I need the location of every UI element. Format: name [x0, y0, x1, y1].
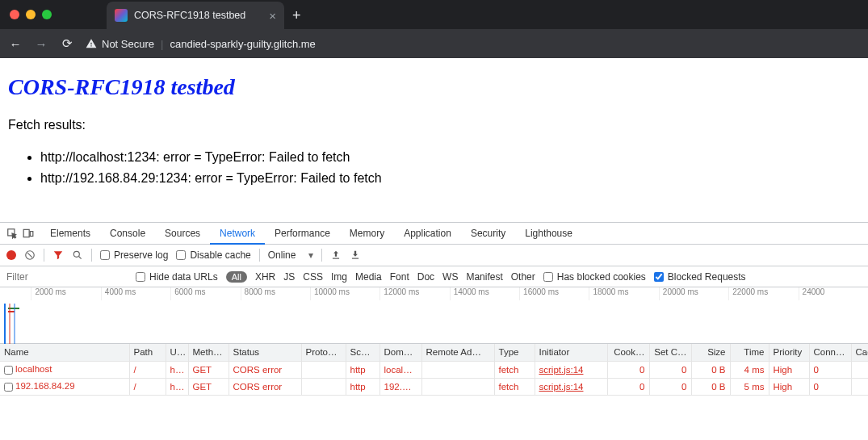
col-status[interactable]: Status — [229, 344, 301, 361]
browser-toolbar: ← → ⟳ Not Secure | candied-sparkly-guilt… — [0, 29, 868, 58]
reload-button[interactable]: ⟳ — [60, 36, 74, 51]
col-setcookies[interactable]: Set C… — [649, 344, 691, 361]
filter-icon[interactable] — [52, 249, 64, 261]
favicon-icon — [115, 9, 128, 22]
table-row[interactable]: 192.168.84.29/h…GETCORS errorhttp192.…fe… — [0, 378, 868, 395]
tab-close-icon[interactable]: × — [269, 9, 276, 23]
tab-elements[interactable]: Elements — [40, 223, 100, 245]
table-header-row: Name Path U… Meth… Status Proto… Sc… Dom… — [0, 344, 868, 361]
timeline-overview-icon — [3, 304, 27, 344]
url-text: candied-sparkly-guilty.glitch.me — [170, 38, 315, 50]
network-table: Name Path U… Meth… Status Proto… Sc… Dom… — [0, 344, 868, 440]
col-url[interactable]: U… — [166, 344, 188, 361]
address-bar[interactable]: Not Secure | candied-sparkly-guilty.glit… — [86, 38, 860, 50]
page-title: CORS-RFC1918 testbed — [8, 74, 860, 100]
col-remote[interactable]: Remote Ad… — [421, 344, 494, 361]
tab-sources[interactable]: Sources — [155, 223, 210, 245]
col-domain[interactable]: Dom… — [379, 344, 421, 361]
list-item: http://192.168.84.29:1234: error = TypeE… — [40, 168, 860, 189]
col-protocol[interactable]: Proto… — [301, 344, 346, 361]
filter-img[interactable]: Img — [331, 271, 347, 283]
network-timeline[interactable]: 2000 ms 4000 ms 6000 ms 8000 ms 10000 ms… — [0, 287, 868, 344]
forward-button[interactable]: → — [34, 37, 48, 51]
svg-rect-5 — [333, 258, 339, 259]
col-connection[interactable]: Conn… — [809, 344, 851, 361]
browser-tab[interactable]: CORS-RFC1918 testbed × — [107, 2, 284, 29]
filter-js[interactable]: JS — [283, 271, 295, 283]
filter-manifest[interactable]: Manifest — [466, 271, 502, 283]
page-subtitle: Fetch results: — [8, 118, 860, 132]
col-size[interactable]: Size — [691, 344, 730, 361]
filter-all[interactable]: All — [226, 271, 247, 283]
row-checkbox[interactable] — [4, 366, 13, 375]
warning-icon — [86, 38, 97, 49]
window-minimize[interactable] — [26, 10, 36, 19]
device-toggle-icon[interactable] — [23, 228, 34, 239]
devtools-tabs: Elements Console Sources Network Perform… — [0, 223, 868, 245]
filter-input[interactable] — [6, 271, 128, 283]
clear-button[interactable] — [24, 249, 36, 261]
initiator-link[interactable]: script.js:14 — [539, 382, 584, 392]
devtools-panel: Elements Console Sources Network Perform… — [0, 222, 868, 440]
filter-doc[interactable]: Doc — [417, 271, 434, 283]
col-name[interactable]: Name — [0, 344, 129, 361]
filter-ws[interactable]: WS — [442, 271, 458, 283]
col-type[interactable]: Type — [494, 344, 535, 361]
tab-title: CORS-RFC1918 testbed — [134, 10, 245, 21]
disable-cache-checkbox[interactable]: Disable cache — [176, 249, 250, 261]
tab-performance[interactable]: Performance — [265, 223, 340, 245]
results-list: http://localhost:1234: error = TypeError… — [40, 147, 860, 190]
col-priority[interactable]: Priority — [769, 344, 809, 361]
tab-application[interactable]: Application — [394, 223, 461, 245]
tab-lighthouse[interactable]: Lighthouse — [515, 223, 582, 245]
filter-xhr[interactable]: XHR — [255, 271, 275, 283]
security-label: Not Secure — [102, 38, 154, 50]
window-maximize[interactable] — [42, 10, 52, 19]
throttle-select[interactable]: Online — [268, 249, 296, 261]
tab-memory[interactable]: Memory — [340, 223, 394, 245]
row-checkbox[interactable] — [4, 383, 13, 392]
col-time[interactable]: Time — [730, 344, 769, 361]
filter-css[interactable]: CSS — [303, 271, 323, 283]
tab-network[interactable]: Network — [210, 223, 265, 245]
col-scheme[interactable]: Sc… — [346, 344, 379, 361]
filter-font[interactable]: Font — [390, 271, 409, 283]
download-icon[interactable] — [350, 249, 361, 261]
search-icon[interactable] — [72, 249, 83, 261]
col-cookies[interactable]: Cook… — [607, 344, 649, 361]
page-content: CORS-RFC1918 testbed Fetch results: http… — [0, 58, 868, 222]
inspect-icon[interactable] — [6, 228, 18, 239]
network-toolbar: Preserve log Disable cache Online ▾ — [0, 245, 868, 266]
col-method[interactable]: Meth… — [188, 344, 229, 361]
window-close[interactable] — [10, 10, 19, 19]
svg-rect-6 — [352, 258, 359, 259]
svg-rect-1 — [23, 229, 29, 237]
filter-media[interactable]: Media — [355, 271, 382, 283]
filter-other[interactable]: Other — [511, 271, 535, 283]
col-path[interactable]: Path — [129, 344, 166, 361]
svg-rect-2 — [30, 232, 33, 237]
network-filter-bar: Hide data URLs All XHR JS CSS Img Media … — [0, 266, 868, 287]
new-tab-button[interactable]: + — [292, 7, 301, 24]
blocked-requests-checkbox[interactable]: Blocked Requests — [654, 271, 746, 283]
chevron-down-icon[interactable]: ▾ — [308, 249, 313, 261]
has-blocked-cookies-checkbox[interactable]: Has blocked cookies — [543, 271, 646, 283]
tab-console[interactable]: Console — [100, 223, 155, 245]
col-cache[interactable]: Cac… — [851, 344, 868, 361]
tab-security[interactable]: Security — [461, 223, 515, 245]
hide-data-urls-checkbox[interactable]: Hide data URLs — [136, 271, 218, 283]
window-controls: CORS-RFC1918 testbed × + — [0, 0, 868, 29]
col-initiator[interactable]: Initiator — [535, 344, 607, 361]
back-button[interactable]: ← — [8, 37, 23, 51]
initiator-link[interactable]: script.js:14 — [539, 365, 584, 375]
upload-icon[interactable] — [330, 249, 342, 261]
table-row[interactable]: localhost/h…GETCORS errorhttplocal…fetch… — [0, 361, 868, 378]
record-button[interactable] — [6, 250, 16, 260]
svg-point-4 — [73, 251, 79, 257]
preserve-log-checkbox[interactable]: Preserve log — [100, 249, 168, 261]
list-item: http://localhost:1234: error = TypeError… — [40, 147, 860, 168]
